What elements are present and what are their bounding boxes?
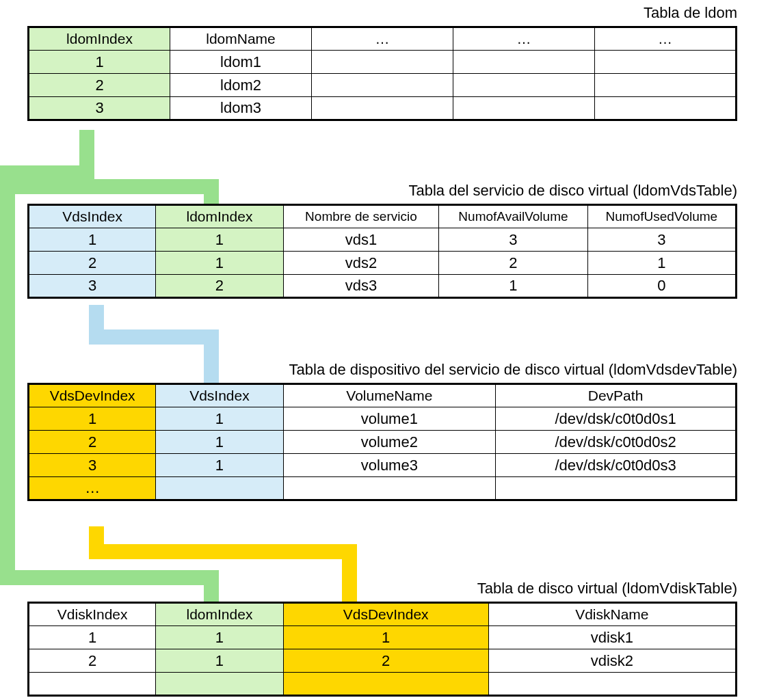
col-header: VdiskName — [488, 603, 736, 626]
cell — [453, 97, 595, 120]
col-header: VdsDevIndex — [29, 384, 156, 407]
col-header: VdiskIndex — [29, 603, 156, 626]
cell: … — [29, 477, 156, 500]
cell: 3 — [587, 228, 736, 252]
cell — [595, 74, 737, 97]
cell: /dev/dsk/c0t0d0s3 — [496, 454, 737, 477]
cell: 1 — [439, 275, 587, 298]
cell: 1 — [156, 626, 283, 649]
cell: ldom2 — [170, 74, 312, 97]
col-header: VdsIndex — [156, 384, 283, 407]
cell: 2 — [29, 649, 156, 673]
cell: 3 — [439, 228, 587, 252]
cell: 1 — [156, 407, 283, 431]
cell: 2 — [29, 252, 156, 275]
cell: /dev/dsk/c0t0d0s2 — [496, 431, 737, 454]
cell: 1 — [156, 649, 283, 673]
cell: 2 — [283, 649, 488, 673]
col-header: ldomName — [170, 27, 312, 51]
cell: vds3 — [283, 275, 439, 298]
col-header: ldomIndex — [156, 205, 283, 228]
col-header: … — [595, 27, 737, 51]
vdisk-table-block: Tabla de disco virtual (ldomVdiskTable) … — [27, 580, 737, 697]
ldom-table: ldomIndex ldomName … … … 1 ldom1 2 ld — [27, 26, 737, 121]
cell: volume3 — [283, 454, 496, 477]
col-header: NumofAvailVolume — [439, 205, 587, 228]
cell — [283, 673, 488, 696]
cell — [595, 97, 737, 120]
vdsdev-caption: Tabla de dispositivo del servicio de dis… — [27, 361, 737, 379]
cell: 1 — [156, 454, 283, 477]
cell — [156, 477, 283, 500]
cell: volume1 — [283, 407, 496, 431]
cell: vdisk1 — [488, 626, 736, 649]
vdsdev-table-block: Tabla de dispositivo del servicio de dis… — [27, 361, 737, 501]
col-header: … — [453, 27, 595, 51]
cell: 1 — [29, 407, 156, 431]
cell: 0 — [587, 275, 736, 298]
cell: 1 — [156, 228, 283, 252]
cell: 1 — [29, 228, 156, 252]
cell — [283, 477, 496, 500]
col-header: VdsDevIndex — [283, 603, 488, 626]
col-header: VolumeName — [283, 384, 496, 407]
col-header: DevPath — [496, 384, 737, 407]
cell — [156, 673, 283, 696]
col-header: ldomIndex — [29, 27, 170, 51]
ldom-table-block: Tabla de ldom ldomIndex ldomName … … … 1… — [27, 4, 737, 121]
cell — [312, 51, 453, 74]
cell — [29, 673, 156, 696]
col-header: Nombre de servicio — [283, 205, 439, 228]
cell: 2 — [29, 431, 156, 454]
cell: 3 — [29, 454, 156, 477]
col-header: VdsIndex — [29, 205, 156, 228]
cell: 3 — [29, 97, 170, 120]
vds-table-block: Tabla del servicio de disco virtual (ldo… — [27, 182, 737, 299]
cell — [488, 673, 736, 696]
cell — [453, 74, 595, 97]
cell — [496, 477, 737, 500]
cell: 2 — [29, 74, 170, 97]
vdisk-caption: Tabla de disco virtual (ldomVdiskTable) — [27, 580, 737, 597]
cell: 1 — [156, 431, 283, 454]
vdsdev-table: VdsDevIndex VdsIndex VolumeName DevPath … — [27, 383, 737, 501]
col-header: … — [312, 27, 453, 51]
cell — [312, 74, 453, 97]
vds-table: VdsIndex ldomIndex Nombre de servicio Nu… — [27, 204, 737, 299]
col-header: NumofUsedVolume — [587, 205, 736, 228]
connector-green — [0, 165, 15, 585]
ldom-caption: Tabla de ldom — [27, 4, 737, 22]
connector-yellow — [89, 544, 357, 559]
cell: vds2 — [283, 252, 439, 275]
cell: vdisk2 — [488, 649, 736, 673]
cell: ldom1 — [170, 51, 312, 74]
col-header: ldomIndex — [156, 603, 283, 626]
cell: 1 — [29, 51, 170, 74]
cell: 3 — [29, 275, 156, 298]
cell: /dev/dsk/c0t0d0s1 — [496, 407, 737, 431]
cell: 2 — [439, 252, 587, 275]
cell: 2 — [156, 275, 283, 298]
cell: 1 — [156, 252, 283, 275]
cell — [453, 51, 595, 74]
cell — [312, 97, 453, 120]
diagram-canvas: Tabla de ldom ldomIndex ldomName … … … 1… — [0, 0, 768, 700]
vdisk-table: VdiskIndex ldomIndex VdsDevIndex VdiskNa… — [27, 602, 737, 697]
connector-blue — [89, 329, 219, 345]
cell: 1 — [29, 626, 156, 649]
cell: 1 — [283, 626, 488, 649]
cell: ldom3 — [170, 97, 312, 120]
vds-caption: Tabla del servicio de disco virtual (ldo… — [27, 182, 737, 200]
cell — [595, 51, 737, 74]
cell: vds1 — [283, 228, 439, 252]
cell: volume2 — [283, 431, 496, 454]
cell: 1 — [587, 252, 736, 275]
